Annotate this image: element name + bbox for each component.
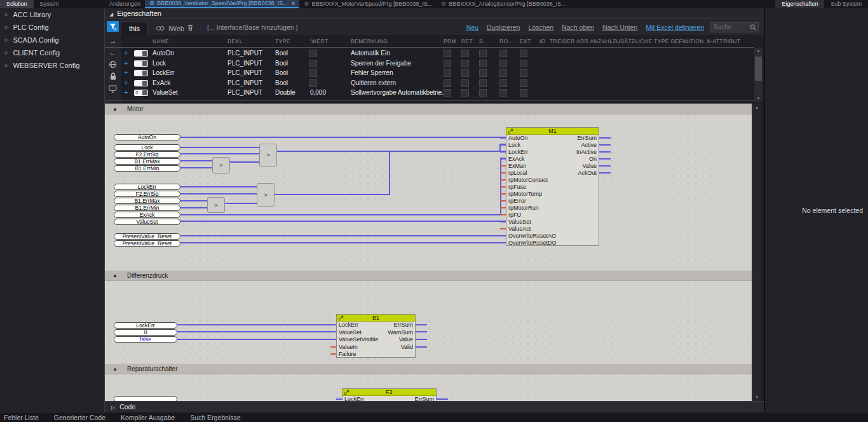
column-header-ext[interactable]: EXT [520,35,531,48]
tab-this[interactable]: this [121,22,148,35]
table-row[interactable]: +AutoOnPLC_INPUTBoolAutomatik Ein [105,48,754,58]
action-neu[interactable]: Neu [466,24,478,31]
diagram-canvas[interactable]: ▲Motor▲Differenzdruck▲ReparaturschalterA… [105,104,752,401]
sidebar-item-plc-config[interactable]: ▷PLC Config [0,21,104,34]
section-header-reparaturschalter[interactable]: ▲Reparaturschalter [105,364,752,374]
cell-wert[interactable]: 0,000 [295,88,326,98]
status-tab-such-ergebnisse[interactable]: Such Ergebnisse [190,414,240,421]
or-gate[interactable]: > [259,144,277,167]
scroll-down-icon[interactable]: ▼ [754,96,763,102]
flag-checkbox[interactable] [479,60,487,67]
status-tab-generierter-code[interactable]: Generierter Code [54,414,105,421]
column-header-type[interactable]: TYPE [275,35,290,48]
scrollbar-thumb[interactable] [755,57,762,81]
diagram-input-box-exack[interactable]: ExAck [114,212,180,218]
column-header-prm[interactable]: PRM [444,35,456,48]
diagram-input-box-presentvalue-reset[interactable]: PresentValue_Reset [114,233,180,240]
diagram-input-box[interactable] [114,396,177,401]
flag-checkbox[interactable] [444,50,451,57]
doc-tab-nderungen[interactable]: Änderungen [105,0,145,8]
add-interface-button[interactable]: [... Interface/Base hinzufügen ] [207,24,297,31]
status-tab-fehler-liste[interactable]: Fehler Liste [4,414,39,421]
sidebar-item-scada-config[interactable]: ▷SCADA Config [0,34,104,46]
or-gate[interactable]: > [207,197,225,213]
diagram-input-box-lockerr[interactable]: LockErr [114,184,180,190]
column-header-x-attribut[interactable]: X-ATTRIBUT [707,35,740,48]
flag-checkbox[interactable] [479,69,487,77]
solution-tab-solution[interactable]: Solution [0,0,34,8]
trash-icon[interactable] [187,24,193,32]
column-header-zus-tzliche-type-definition[interactable]: ZUSÄTZLICHE TYPE DEFINITION [613,35,704,48]
filter-icon[interactable] [107,21,119,32]
close-icon[interactable]: × [292,0,295,8]
fb-block-m1[interactable]: M1AutoOnErrSumLockActiveLockErrInActiveE… [506,127,599,246]
action-nach-oben[interactable]: Nach oben [562,24,594,31]
diagram-input-box-0[interactable]: 0 [114,329,177,336]
search-box[interactable] [710,22,759,32]
diagram-input-box-f2-errsig[interactable]: F2.ErrSig [114,151,180,158]
diagram-input-box-b1-errmin[interactable]: B1.ErrMin [114,165,180,172]
doc-tab-bbbxxxx-analogsensor[interactable]: ⚙BBBXXXX_AnalogSensor/Prg [BBB0038_IS... [437,0,570,8]
wert-checkbox[interactable] [309,50,317,57]
flag-checkbox[interactable] [499,69,507,77]
doc-tab-bbbxxxx-motorvarspee[interactable]: ⚙BBBXXXX_MotorVarSpeed/Prg [BBB0038_IS..… [299,0,437,8]
flag-checkbox[interactable] [520,50,527,57]
flag-checkbox[interactable] [461,60,469,67]
tab-iweb[interactable]: iWeb [148,22,201,35]
code-section-header[interactable]: ▷Code [105,401,764,412]
flag-checkbox[interactable] [461,50,469,57]
doc-tab-bbb0038-ventilator-s[interactable]: ⚙BBB0038_Ventilator_SpeedVar/Prg [BBB003… [145,0,299,8]
column-header-arr-anzahl[interactable]: ARR ANZAHL [576,35,613,48]
action-nach-unten[interactable]: Nach Unten [602,24,637,31]
diagram-input-box-b1-errmax[interactable]: B1.ErrMax [114,158,180,165]
expand-plus-icon[interactable]: + [124,68,128,78]
expand-plus-icon[interactable]: + [124,78,128,88]
collapse-arrow-icon[interactable]: ▲ [112,364,118,374]
table-row[interactable]: +LockPLC_INPUTBoolSperren der Freigabe [105,58,754,69]
action-duplizieren[interactable]: Duplizieren [487,24,520,31]
flag-checkbox[interactable] [461,89,469,97]
flag-checkbox[interactable] [520,69,527,77]
diagram-scrollbar[interactable]: ▲ ▼ [752,104,761,401]
column-header-treiber[interactable]: TREIBER [550,35,575,48]
flag-checkbox[interactable] [444,89,451,97]
table-scrollbar[interactable]: ▲ ▼ [754,48,763,102]
flag-checkbox[interactable] [520,89,527,97]
section-header-differenzdruck[interactable]: ▲Differenzdruck [105,270,752,281]
flag-checkbox[interactable] [520,79,527,87]
expand-plus-icon[interactable]: + [124,88,128,98]
diagram-input-box-lock[interactable]: Lock [114,144,180,151]
sidebar-item-client-config[interactable]: ▷CLIENT Config [0,46,104,59]
table-row[interactable]: +ExAckPLC_INPUTBoolQuitieren extern [105,78,754,88]
properties-header[interactable]: ◢Eigenschaften [105,8,764,19]
flag-checkbox[interactable] [499,50,507,57]
diagram-input-box-f2-errsig[interactable]: F2.ErrSig [114,191,180,197]
diagram-input-box-lockerr[interactable]: LockErr [114,322,177,329]
expand-plus-icon[interactable]: + [124,58,128,69]
action-l-schen[interactable]: Löschen [528,24,553,31]
column-header-name[interactable]: NAME [153,35,169,48]
diagram-input-box-false[interactable]: false [114,336,177,343]
fb-block-f2[interactable]: F2LockErrErrSum [342,388,437,401]
flag-checkbox[interactable] [461,69,469,77]
scroll-down-icon[interactable]: ▼ [752,393,761,399]
collapse-arrow-icon[interactable]: ▲ [112,271,118,281]
wert-checkbox[interactable] [309,79,317,87]
wert-checkbox[interactable] [309,60,317,67]
diagram-input-box-b1-errmin[interactable]: B1.ErrMin [114,205,180,211]
flag-checkbox[interactable] [444,79,451,87]
column-header-io[interactable]: IO [539,35,546,48]
section-header-motor[interactable]: ▲Motor [105,104,752,114]
or-gate[interactable]: > [212,157,230,174]
status-tab-kompiler-ausgabe[interactable]: Kompiler Ausgabe [121,414,175,421]
sidebar-item-webserver-config[interactable]: ▷WEBSERVER Config [0,59,104,72]
column-header-bemerkung[interactable]: BEMERKUNG [351,35,388,48]
column-header-wert[interactable]: WERT [311,35,328,48]
column-header-ret[interactable]: RET [461,35,473,48]
table-row[interactable]: +#ValueSetPLC_INPUTDoubleSollwertvorgabe… [105,88,754,98]
diagram-input-box-b1-errmax[interactable]: B1.ErrMax [114,198,180,204]
flag-checkbox[interactable] [444,69,451,77]
fb-block-b1[interactable]: B1LockErrErrSumValueSetWarnSumValueSetVi… [336,314,416,358]
panel-tab-eigenschaften[interactable]: Eigenschaften [775,0,824,8]
flag-checkbox[interactable] [499,89,507,97]
